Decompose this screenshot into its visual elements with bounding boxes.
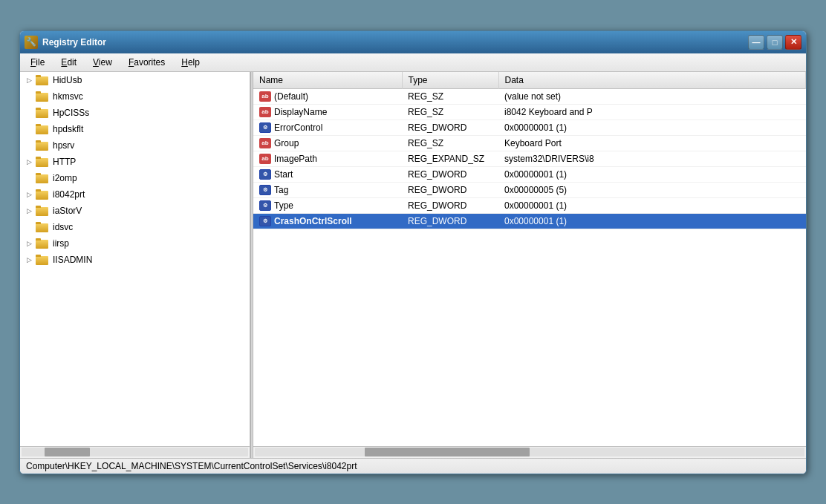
cell-data: Keyboard Port — [498, 135, 806, 151]
cell-type: REG_SZ — [402, 104, 498, 120]
cell-name-text: Start — [274, 169, 293, 180]
tree-item-label: HTTP — [53, 157, 76, 167]
cell-name: ⚙Start — [253, 166, 402, 182]
string-icon: ab — [259, 91, 271, 102]
cell-name-text: Type — [274, 200, 293, 211]
title-buttons: — □ ✕ — [748, 35, 801, 50]
registry-editor-window: 🔧 Registry Editor — □ ✕ FileEditViewFavo… — [19, 30, 807, 474]
detail-panel: Name Type Data ab(Default)REG_SZ(value n… — [253, 72, 806, 458]
table-row[interactable]: ⚙TagREG_DWORD0x00000005 (5) — [253, 182, 806, 197]
string-icon: ab — [259, 138, 271, 148]
tree-item[interactable]: hkmsvc — [20, 88, 250, 105]
cell-name-text: Group — [274, 138, 299, 148]
dword-icon: ⚙ — [259, 169, 271, 180]
cell-data: i8042 Keyboard and P — [498, 104, 806, 120]
tree-expand-arrow[interactable] — [23, 91, 35, 102]
table-row[interactable]: ⚙StartREG_DWORD0x00000001 (1) — [253, 166, 806, 182]
tree-item-label: HidUsb — [53, 75, 82, 85]
tree-item[interactable]: HpCISSs — [20, 105, 250, 121]
table-row[interactable]: abGroupREG_SZKeyboard Port — [253, 135, 806, 151]
string-icon: ab — [259, 154, 271, 164]
app-icon: 🔧 — [25, 36, 38, 49]
tree-bottom-scrollbar[interactable] — [20, 446, 250, 458]
cell-name: abDisplayName — [253, 104, 402, 120]
tree-item[interactable]: idsvc — [20, 219, 250, 235]
cell-name-text: ErrorControl — [274, 122, 322, 133]
cell-type: REG_SZ — [402, 135, 498, 151]
cell-type: REG_DWORD — [402, 213, 498, 229]
tree-expand-arrow[interactable] — [23, 140, 35, 151]
menu-item-favorites[interactable]: Favorites — [124, 56, 169, 69]
table-row[interactable]: abImagePathREG_EXPAND_SZsystem32\DRIVERS… — [253, 151, 806, 166]
menu-item-help[interactable]: Help — [177, 56, 204, 69]
tree-expand-arrow[interactable]: ▷ — [23, 74, 35, 86]
tree-expand-arrow[interactable]: ▷ — [23, 238, 35, 249]
table-row[interactable]: ⚙ErrorControlREG_DWORD0x00000001 (1) — [253, 120, 806, 135]
tree-item[interactable]: hpsrv — [20, 137, 250, 154]
tree-expand-arrow[interactable] — [23, 221, 35, 233]
tree-item[interactable]: ▷IISADMIN — [20, 252, 250, 268]
tree-item-label: iirsp — [53, 238, 69, 249]
cell-type: REG_EXPAND_SZ — [402, 151, 498, 166]
detail-horizontal-scrollbar[interactable] — [253, 446, 806, 458]
menu-bar: FileEditViewFavoritesHelp — [20, 53, 806, 72]
tree-expand-arrow[interactable] — [23, 172, 35, 184]
cell-type: REG_DWORD — [402, 197, 498, 213]
tree-item-label: i2omp — [53, 173, 77, 183]
tree-scroll[interactable]: ▷HidUsbhkmsvcHpCISSshpdskflthpsrv▷HTTPi2… — [20, 72, 250, 446]
tree-expand-arrow[interactable] — [23, 107, 35, 119]
folder-icon — [35, 123, 50, 135]
cell-type: REG_DWORD — [402, 120, 498, 135]
dword-icon: ⚙ — [259, 185, 271, 195]
string-icon: ab — [259, 107, 271, 117]
cell-name-text: ImagePath — [274, 154, 317, 164]
main-content: ▷HidUsbhkmsvcHpCISSshpdskflthpsrv▷HTTPi2… — [20, 72, 806, 458]
menu-item-view[interactable]: View — [88, 56, 117, 69]
cell-name: ⚙ErrorControl — [253, 120, 402, 135]
tree-expand-arrow[interactable]: ▷ — [23, 189, 35, 200]
cell-data: 0x00000001 (1) — [498, 120, 806, 135]
table-row[interactable]: ab(Default)REG_SZ(value not set) — [253, 88, 806, 104]
tree-item[interactable]: hpdskflt — [20, 121, 250, 137]
table-row[interactable]: ⚙TypeREG_DWORD0x00000001 (1) — [253, 197, 806, 213]
folder-icon — [35, 107, 50, 119]
minimize-button[interactable]: — — [748, 35, 764, 50]
tree-item[interactable]: ▷iirsp — [20, 235, 250, 252]
tree-item[interactable]: i2omp — [20, 170, 250, 186]
close-button[interactable]: ✕ — [785, 35, 801, 50]
folder-icon — [35, 74, 50, 86]
cell-data: system32\DRIVERS\i8 — [498, 151, 806, 166]
menu-item-edit[interactable]: Edit — [56, 56, 81, 69]
tree-expand-arrow[interactable]: ▷ — [23, 254, 35, 266]
tree-item[interactable]: ▷HidUsb — [20, 72, 250, 88]
tree-item[interactable]: ▷i8042prt — [20, 186, 250, 203]
tree-item-label: hkmsvc — [53, 91, 83, 102]
status-bar: Computer\HKEY_LOCAL_MACHINE\SYSTEM\Curre… — [20, 458, 806, 474]
folder-icon — [35, 238, 50, 249]
title-bar-left: 🔧 Registry Editor — [25, 36, 106, 49]
col-header-type: Type — [402, 72, 498, 89]
tree-item-label: iaStorV — [53, 206, 82, 216]
folder-icon — [35, 140, 50, 151]
cell-type: REG_DWORD — [402, 166, 498, 182]
menu-item-file[interactable]: File — [26, 56, 49, 69]
folder-icon — [35, 156, 50, 168]
maximize-button[interactable]: □ — [767, 35, 783, 50]
cell-data: 0x00000001 (1) — [498, 213, 806, 229]
tree-item[interactable]: ▷HTTP — [20, 154, 250, 170]
cell-name-text: Tag — [274, 185, 288, 195]
cell-type: REG_SZ — [402, 88, 498, 104]
table-row[interactable]: abDisplayNameREG_SZi8042 Keyboard and P — [253, 104, 806, 120]
tree-item-label: hpdskflt — [53, 124, 83, 134]
tree-expand-arrow[interactable]: ▷ — [23, 156, 35, 168]
detail-table[interactable]: Name Type Data ab(Default)REG_SZ(value n… — [253, 72, 806, 446]
cell-name: abImagePath — [253, 151, 402, 166]
tree-item[interactable]: ▷iaStorV — [20, 203, 250, 219]
tree-expand-arrow[interactable] — [23, 123, 35, 135]
tree-expand-arrow[interactable]: ▷ — [23, 205, 35, 217]
col-header-name: Name — [253, 72, 402, 89]
table-row[interactable]: ⚙CrashOnCtrlScrollREG_DWORD0x00000001 (1… — [253, 213, 806, 229]
cell-name-text: CrashOnCtrlScroll — [274, 216, 352, 226]
table-header: Name Type Data — [253, 72, 806, 89]
tree-item-label: hpsrv — [53, 140, 74, 151]
